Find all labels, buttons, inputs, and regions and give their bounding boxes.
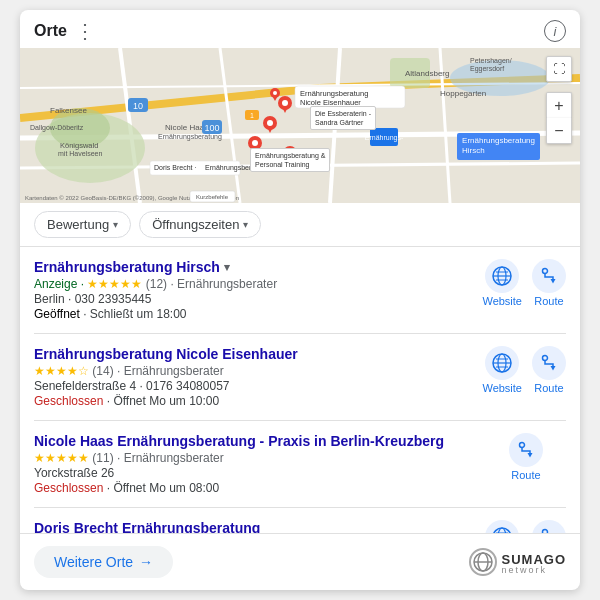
result-meta-1: Anzeige · ★★★★★ (12) · Ernährungsberater	[34, 277, 474, 291]
svg-text:Ernährungsberatung: Ernährungsberatung	[158, 133, 222, 141]
route-label: Route	[534, 295, 563, 307]
svg-point-70	[520, 443, 525, 448]
open-closed-label: Geschlossen	[34, 394, 103, 408]
svg-point-19	[267, 120, 273, 126]
action-pair-4: Website Route	[482, 520, 566, 533]
main-card: Orte ⋮ i	[20, 10, 580, 590]
svg-text:Ernährungsberatung: Ernährungsberatung	[300, 89, 368, 98]
route-button-4[interactable]: Route	[532, 520, 566, 533]
result-status-2: Geschlossen · Öffnet Mo um 10:00	[34, 394, 474, 408]
zoom-out-button[interactable]: −	[546, 118, 572, 144]
result-address-3: Yorckstraße 26	[34, 466, 478, 480]
result-actions-1: Website Route	[482, 259, 566, 307]
mehr-orte-arrow: →	[139, 554, 153, 570]
svg-text:Hoppegarten: Hoppegarten	[440, 89, 486, 98]
action-pair-2: Website Route	[482, 346, 566, 394]
svg-text:mit Havelseen: mit Havelseen	[58, 150, 102, 157]
stars-icon: ★★★★★	[87, 277, 145, 291]
sumago-icon	[469, 548, 497, 576]
status-suffix: · Öffnet Mo um 08:00	[103, 481, 219, 495]
website-button-2[interactable]: Website	[482, 346, 522, 394]
website-button-1[interactable]: Website	[482, 259, 522, 307]
route-icon	[532, 520, 566, 533]
stars-icon: ★★★★☆	[34, 364, 92, 378]
svg-text:10: 10	[133, 101, 143, 111]
card-footer: Weitere Orte → SUMAGO network	[20, 533, 580, 590]
route-button-1[interactable]: Route	[532, 259, 566, 307]
map-container[interactable]: Falkensee Dallgow-Döberitz Königswald mi…	[20, 48, 580, 203]
rating-count: (11) · Ernährungsberater	[92, 451, 223, 465]
svg-point-68	[543, 356, 548, 361]
list-item: Nicole Haas Ernährungsberatung - Praxis …	[34, 421, 566, 508]
result-address-2: Senefelderstraße 4 · 0176 34080057	[34, 379, 474, 393]
result-status-3: Geschlossen · Öffnet Mo um 08:00	[34, 481, 478, 495]
svg-text:1: 1	[250, 112, 254, 119]
svg-text:Eggersdorf: Eggersdorf	[470, 65, 504, 73]
result-info-1: Ernährungsberatung Hirsch▾Anzeige · ★★★★…	[34, 259, 474, 321]
ad-label: Anzeige ·	[34, 277, 87, 291]
svg-text:Doris Brecht ·: Doris Brecht ·	[154, 164, 196, 171]
rating-filter-label: Bewertung	[47, 217, 109, 232]
result-info-3: Nicole Haas Ernährungsberatung - Praxis …	[34, 433, 478, 495]
route-icon	[509, 433, 543, 467]
hours-filter-arrow: ▾	[243, 219, 248, 230]
rating-count: (12) · Ernährungsberater	[146, 277, 277, 291]
fullscreen-button[interactable]: ⛶	[546, 56, 572, 82]
website-icon	[485, 346, 519, 380]
list-item: Ernährungsberatung Hirsch▾Anzeige · ★★★★…	[34, 247, 566, 334]
svg-point-61	[543, 269, 548, 274]
result-name-3[interactable]: Nicole Haas Ernährungsberatung - Praxis …	[34, 433, 478, 449]
result-info-4: Doris Brecht Ernährungsberatung★★★★★ (8)…	[34, 520, 474, 533]
results-list: Ernährungsberatung Hirsch▾Anzeige · ★★★★…	[20, 247, 580, 533]
hours-filter-label: Öffnungszeiten	[152, 217, 239, 232]
svg-text:Dallgow-Döberitz: Dallgow-Döberitz	[30, 124, 84, 132]
route-button-2[interactable]: Route	[532, 346, 566, 394]
more-options-icon[interactable]: ⋮	[75, 21, 95, 41]
website-label: Website	[482, 382, 522, 394]
route-icon	[532, 259, 566, 293]
mehr-orte-button[interactable]: Weitere Orte →	[34, 546, 173, 578]
stars-icon: ★★★★★	[34, 451, 92, 465]
result-name-1[interactable]: Ernährungsberatung Hirsch▾	[34, 259, 474, 275]
svg-text:Kurzbefehle: Kurzbefehle	[196, 194, 229, 200]
route-button-3[interactable]: Route	[509, 433, 543, 481]
filters-bar: Bewertung ▾ Öffnungszeiten ▾	[20, 203, 580, 247]
svg-text:Nicole Haas: Nicole Haas	[165, 123, 208, 132]
result-name-2[interactable]: Ernährungsberatung Nicole Eisenhauer	[34, 346, 474, 362]
route-label: Route	[511, 469, 540, 481]
result-name-4[interactable]: Doris Brecht Ernährungsberatung	[34, 520, 474, 533]
rating-count: (14) · Ernährungsberater	[92, 364, 223, 378]
svg-text:Ernährungs-: Ernährungs-	[365, 134, 404, 142]
website-label: Website	[482, 295, 522, 307]
result-actions-3: Route	[486, 433, 566, 481]
result-meta-3: ★★★★★ (11) · Ernährungsberater	[34, 451, 478, 465]
status-suffix: · Öffnet Mo um 10:00	[103, 394, 219, 408]
sumago-logo: SUMAGO network	[469, 548, 567, 576]
status-suffix: · Schließt um 18:00	[80, 307, 187, 321]
result-actions-2: Website Route	[482, 346, 566, 394]
page-title: Orte	[34, 22, 67, 40]
hours-filter-button[interactable]: Öffnungszeiten ▾	[139, 211, 261, 238]
action-pair-3: Route	[509, 433, 543, 481]
result-info-2: Ernährungsberatung Nicole Eisenhauer★★★★…	[34, 346, 474, 408]
result-address-1: Berlin · 030 23935445	[34, 292, 474, 306]
result-status-1: Geöffnet · Schließt um 18:00	[34, 307, 474, 321]
website-icon	[485, 259, 519, 293]
route-label: Route	[534, 382, 563, 394]
svg-marker-71	[528, 453, 533, 458]
rating-filter-arrow: ▾	[113, 219, 118, 230]
map-image: Falkensee Dallgow-Döberitz Königswald mi…	[20, 48, 580, 203]
zoom-in-button[interactable]: +	[546, 92, 572, 118]
route-icon	[532, 346, 566, 380]
svg-point-28	[273, 91, 277, 95]
mehr-orte-label: Weitere Orte	[54, 554, 133, 570]
svg-text:Falkensee: Falkensee	[50, 106, 87, 115]
website-button-4[interactable]: Website	[482, 520, 522, 533]
header-left: Orte ⋮	[34, 21, 95, 41]
svg-text:100: 100	[204, 123, 219, 133]
svg-marker-69	[551, 366, 556, 371]
list-item: Ernährungsberatung Nicole Eisenhauer★★★★…	[34, 334, 566, 421]
action-pair-1: Website Route	[482, 259, 566, 307]
info-icon[interactable]: i	[544, 20, 566, 42]
rating-filter-button[interactable]: Bewertung ▾	[34, 211, 131, 238]
